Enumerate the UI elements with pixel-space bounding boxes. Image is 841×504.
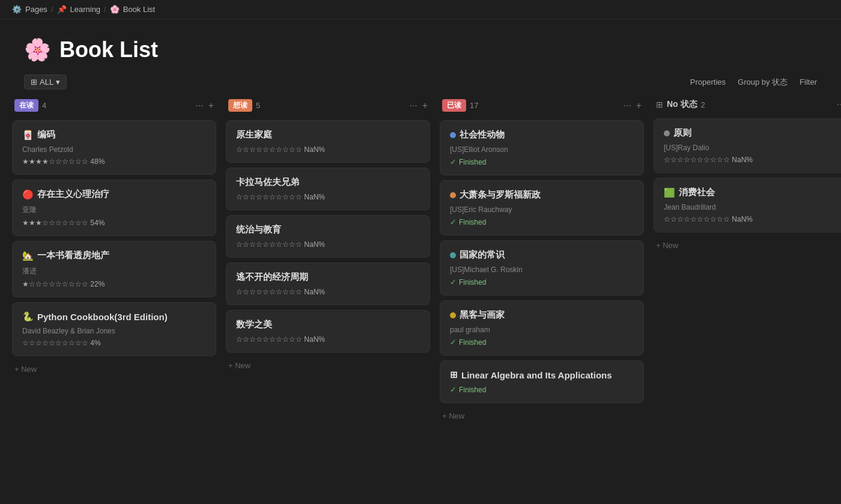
card-icon: 🟩 [664, 187, 675, 198]
table-row[interactable]: ⊞Linear Algebra and Its Applications✓Fin… [440, 360, 644, 403]
page-title: Book List [59, 37, 158, 62]
card-title: 社会性动物 [450, 129, 634, 141]
more-options-icon[interactable]: ··· [195, 100, 203, 111]
more-options-icon[interactable]: ··· [837, 99, 841, 110]
card-subtitle: [US]Elliot Aronson [450, 145, 634, 154]
card-title-text: 原生家庭 [236, 129, 272, 141]
table-row[interactable]: 🐍Python Cookbook(3rd Edition)David Beazl… [12, 302, 216, 356]
card-rating: ☆☆☆☆☆☆☆☆☆☆ NaN% [236, 335, 420, 344]
card-title-text: 社会性动物 [460, 129, 505, 141]
card-title: 卡拉马佐夫兄弟 [236, 177, 420, 188]
column-reading: 在读4···+🀄编码Charles Petzold★★★★☆☆☆☆☆☆ 48%🔴… [12, 96, 216, 424]
breadcrumb-learning-icon: 📌 [57, 5, 67, 14]
add-card-button-wantread[interactable]: + [422, 100, 428, 111]
breadcrumb-pages[interactable]: Pages [25, 5, 47, 14]
breadcrumb-current[interactable]: Book List [123, 5, 155, 14]
table-row[interactable]: 黑客与画家paul graham✓Finished [440, 300, 644, 356]
card-title-text: 一本书看透房地产 [37, 250, 109, 261]
status-text: Finished [459, 158, 486, 166]
table-row[interactable]: 卡拉马佐夫兄弟☆☆☆☆☆☆☆☆☆☆ NaN% [226, 168, 430, 210]
group-by-button[interactable]: Group by 状态 [738, 77, 788, 88]
status-dot-icon [664, 130, 670, 136]
column-count-nostatus: 2 [701, 100, 834, 109]
table-row[interactable]: 统治与教育☆☆☆☆☆☆☆☆☆☆ NaN% [226, 215, 430, 258]
card-icon: 🔴 [22, 189, 34, 200]
all-label: ALL [40, 77, 53, 87]
column-done: 已读17···+社会性动物[US]Elliot Aronson✓Finished… [440, 96, 644, 424]
table-row[interactable]: 🔴存在主义心理治疗亚隆★★★☆☆☆☆☆☆☆ 54% [12, 180, 216, 236]
card-rating: ☆☆☆☆☆☆☆☆☆☆ NaN% [236, 288, 420, 296]
card-icon: 🐍 [22, 311, 34, 322]
card-title: 大萧条与罗斯福新政 [450, 189, 634, 201]
card-title-text: 逃不开的经济周期 [236, 272, 308, 283]
properties-button[interactable]: Properties [690, 77, 726, 87]
breadcrumb-sep2: / [104, 5, 106, 14]
card-title-text: 编码 [37, 129, 55, 141]
column-count-wantread: 5 [256, 101, 405, 110]
status-dot-icon [450, 312, 456, 318]
card-title-text: 黑客与画家 [460, 309, 505, 321]
table-row[interactable]: 国家的常识[US]Michael G. Roskin✓Finished [440, 240, 644, 296]
table-row[interactable]: 🀄编码Charles Petzold★★★★☆☆☆☆☆☆ 48% [12, 120, 216, 175]
column-actions-done: ···+ [623, 100, 642, 111]
filter-button[interactable]: Filter [800, 77, 817, 87]
card-title-text: 统治与教育 [236, 224, 281, 235]
card-rating: ☆☆☆☆☆☆☆☆☆☆ NaN% [236, 240, 420, 249]
card-subtitle: David Beazley & Brian Jones [22, 327, 206, 335]
add-card-button-done[interactable]: + [636, 100, 642, 111]
card-subtitle: Jean Baudrillard [664, 203, 841, 211]
card-title-text: 国家的常识 [460, 249, 505, 261]
card-title: 统治与教育 [236, 224, 420, 235]
column-wantread: 想读5···+原生家庭☆☆☆☆☆☆☆☆☆☆ NaN%卡拉马佐夫兄弟☆☆☆☆☆☆☆… [226, 96, 430, 424]
new-card-button-nostatus[interactable]: + New [654, 237, 841, 254]
status-badge: ✓Finished [450, 217, 634, 226]
column-count-reading: 4 [42, 101, 192, 110]
column-tag-wantread: 想读 [228, 99, 252, 112]
breadcrumb-sep1: / [51, 5, 53, 14]
card-subtitle: paul graham [450, 326, 634, 334]
more-options-icon[interactable]: ··· [409, 100, 417, 111]
card-title: 🔴存在主义心理治疗 [22, 189, 206, 200]
status-dot-icon [450, 132, 456, 138]
status-text: Finished [459, 386, 486, 394]
card-rating: ☆☆☆☆☆☆☆☆☆☆ NaN% [664, 215, 841, 223]
all-filter-button[interactable]: ⊞ ALL ▾ [24, 74, 67, 90]
new-card-button-wantread[interactable]: + New [226, 357, 430, 374]
card-title-text: 大萧条与罗斯福新政 [460, 189, 541, 201]
table-row[interactable]: 原则[US]Ray Dalio☆☆☆☆☆☆☆☆☆☆ NaN% [654, 118, 841, 173]
board: 在读4···+🀄编码Charles Petzold★★★★☆☆☆☆☆☆ 48%🔴… [0, 96, 841, 436]
table-row[interactable]: 大萧条与罗斯福新政[US]Eric Rauchway✓Finished [440, 180, 644, 235]
status-text: Finished [459, 338, 486, 347]
card-title-text: 卡拉马佐夫兄弟 [236, 177, 299, 188]
card-title: 🐍Python Cookbook(3rd Edition) [22, 311, 206, 322]
page-title-icon: 🌸 [24, 37, 51, 62]
column-actions-nostatus: ···+ [837, 99, 841, 110]
add-card-button-reading[interactable]: + [208, 100, 214, 111]
more-options-icon[interactable]: ··· [623, 100, 631, 111]
column-header-nostatus: ⊞No 状态2···+ [654, 96, 841, 114]
card-rating: ☆☆☆☆☆☆☆☆☆☆ NaN% [236, 145, 420, 154]
table-row[interactable]: 原生家庭☆☆☆☆☆☆☆☆☆☆ NaN% [226, 120, 430, 163]
status-badge: ✓Finished [450, 278, 634, 287]
card-rating: ★★★★☆☆☆☆☆☆ 48% [22, 157, 206, 166]
table-row[interactable]: 🏡一本书看透房地产潘进★☆☆☆☆☆☆☆☆☆ 22% [12, 241, 216, 297]
card-title-text: Linear Algebra and Its Applications [461, 370, 612, 380]
status-dot-icon [450, 192, 456, 198]
table-row[interactable]: 逃不开的经济周期☆☆☆☆☆☆☆☆☆☆ NaN% [226, 263, 430, 305]
status-badge: ✓Finished [450, 385, 634, 394]
new-card-button-done[interactable]: + New [440, 408, 644, 424]
status-text: Finished [459, 218, 486, 226]
column-tag-done: 已读 [442, 99, 466, 112]
breadcrumb-learning[interactable]: Learning [70, 5, 101, 14]
table-row[interactable]: 🟩消费社会Jean Baudrillard☆☆☆☆☆☆☆☆☆☆ NaN% [654, 178, 841, 232]
checkmark-icon: ✓ [450, 385, 457, 394]
table-row[interactable]: 社会性动物[US]Elliot Aronson✓Finished [440, 120, 644, 175]
new-card-button-reading[interactable]: + New [12, 361, 216, 377]
chevron-down-icon: ▾ [56, 77, 60, 87]
column-header-done: 已读17···+ [440, 96, 644, 115]
card-subtitle: 亚隆 [22, 205, 206, 215]
column-actions-wantread: ···+ [409, 100, 428, 111]
column-header-wantread: 想读5···+ [226, 96, 430, 115]
table-row[interactable]: 数学之美☆☆☆☆☆☆☆☆☆☆ NaN% [226, 310, 430, 353]
card-title: ⊞Linear Algebra and Its Applications [450, 369, 634, 380]
